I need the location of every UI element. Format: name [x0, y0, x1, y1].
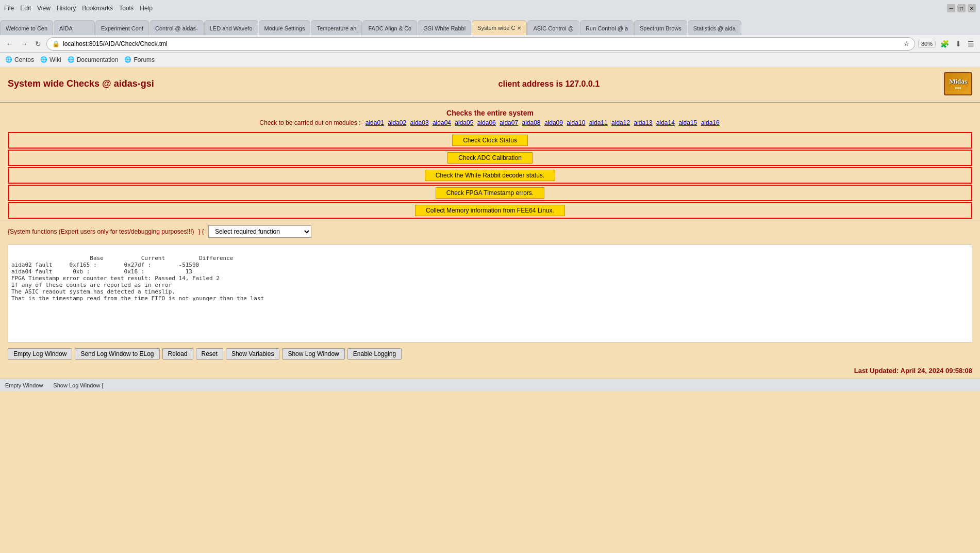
module-link-aida08[interactable]: aida08	[522, 119, 541, 126]
module-link-aida13[interactable]: aida13	[634, 119, 652, 126]
menu-edit[interactable]: Edit	[20, 5, 31, 12]
forward-button[interactable]: →	[19, 39, 30, 49]
module-link-aida15[interactable]: aida15	[678, 119, 697, 126]
check-wr-button[interactable]: Check the White Rabbit decoder status.	[425, 170, 555, 181]
module-link-aida14[interactable]: aida14	[656, 119, 675, 126]
globe-icon-centos: 🌐	[5, 56, 12, 63]
enable-logging-button[interactable]: Enable Logging	[347, 348, 402, 360]
module-link-aida12[interactable]: aida12	[611, 119, 630, 126]
close-button[interactable]: ✕	[968, 4, 976, 12]
client-address: client address is 127.0.0.1	[499, 79, 600, 89]
collect-memory-button[interactable]: Collect Memory information from FEE64 Li…	[415, 205, 565, 216]
globe-icon-forums: 🌐	[124, 56, 131, 63]
tab-welcome[interactable]: Welcome to Cen	[0, 20, 53, 35]
show-log-button[interactable]: Show Log Window	[282, 348, 344, 360]
module-link-aida04[interactable]: aida04	[433, 119, 451, 126]
bookmark-wiki[interactable]: 🌐 Wiki	[40, 56, 61, 63]
header-divider	[0, 102, 980, 103]
page-content: System wide Checks @ aidas-gsi client ad…	[0, 67, 980, 379]
select-function-dropdown[interactable]: Select required function	[208, 225, 311, 238]
module-link-aida11[interactable]: aida11	[589, 119, 608, 126]
bookmark-forums[interactable]: 🌐 Forums	[124, 56, 155, 63]
tab-gsi[interactable]: GSI White Rabbi	[418, 20, 471, 35]
menu-bar[interactable]: File Edit View History Bookmarks Tools H…	[4, 5, 153, 12]
check-adc-button[interactable]: Check ADC Calibration	[447, 152, 533, 164]
show-variables-button[interactable]: Show Variables	[226, 348, 280, 360]
back-button[interactable]: ←	[4, 39, 15, 49]
star-icon[interactable]: ☆	[904, 40, 909, 47]
midas-logo-text: Midas	[949, 77, 967, 86]
midas-logo-box: Midas ♦♦♦	[944, 72, 972, 95]
module-link-aida05[interactable]: aida05	[455, 119, 473, 126]
midas-logo-sub: ♦♦♦	[955, 86, 961, 90]
module-link-aida16[interactable]: aida16	[701, 119, 720, 126]
bookmark-documentation[interactable]: 🌐 Documentation	[68, 56, 119, 63]
menu-history[interactable]: History	[57, 5, 76, 12]
url-bar-icons: ☆	[904, 40, 909, 47]
tab-asic[interactable]: ASIC Control @	[527, 20, 579, 35]
module-link-aida09[interactable]: aida09	[544, 119, 563, 126]
tab-fadc[interactable]: FADC Align & Co	[362, 20, 417, 35]
check-section: Checks the entire system Check to be car…	[0, 104, 980, 131]
checks-title: Checks the entire system	[0, 109, 980, 117]
log-content: Base Current Difference aida02 fault 0xf…	[11, 255, 264, 302]
reload-button[interactable]: ↻	[33, 39, 43, 49]
system-functions-label: {System functions (Expert users only for…	[8, 228, 194, 235]
bookmark-centos[interactable]: 🌐 Centos	[5, 56, 34, 63]
send-log-button[interactable]: Send Log Window to ELog	[75, 348, 159, 360]
module-link-aida03[interactable]: aida03	[410, 119, 429, 126]
last-updated: Last Updated: April 24, 2024 09:58:08	[0, 363, 980, 379]
tab-experiment[interactable]: Experiment Cont	[95, 20, 149, 35]
tab-aida[interactable]: AIDA	[54, 20, 95, 35]
url-bar[interactable]: 🔒 ☆	[46, 37, 915, 51]
minimize-button[interactable]: ─	[947, 4, 955, 12]
module-link-aida01[interactable]: aida01	[366, 119, 384, 126]
tab-bar: Welcome to Cen AIDA Experiment Cont Cont…	[0, 17, 980, 35]
tab-close-icon[interactable]: ✕	[517, 25, 521, 31]
module-link-aida06[interactable]: aida06	[477, 119, 496, 126]
download-button[interactable]: ⬇	[954, 38, 963, 50]
title-bar-left: File Edit View History Bookmarks Tools H…	[4, 5, 153, 12]
extensions-button[interactable]: 🧩	[939, 38, 951, 50]
menu-view[interactable]: View	[37, 5, 51, 12]
empty-log-button[interactable]: Empty Log Window	[8, 348, 72, 360]
empty-window-label: Empty Window	[5, 382, 43, 388]
menu-help[interactable]: Help	[140, 5, 153, 12]
maximize-button[interactable]: □	[957, 4, 966, 12]
system-functions: {System functions (Expert users only for…	[0, 221, 980, 242]
reload-button[interactable]: Reload	[162, 348, 193, 360]
url-input[interactable]	[63, 40, 901, 47]
tab-system-wide[interactable]: System wide C ✕	[472, 20, 527, 35]
lock-icon: 🔒	[52, 40, 60, 47]
menu-tools[interactable]: Tools	[119, 5, 134, 12]
system-functions-suffix: } {	[198, 228, 204, 235]
globe-icon-wiki: 🌐	[40, 56, 47, 63]
page-header: System wide Checks @ aidas-gsi client ad…	[0, 67, 980, 101]
menu-button[interactable]: ☰	[966, 38, 976, 50]
tab-spectrum[interactable]: Spectrum Brows	[634, 20, 687, 35]
window-controls[interactable]: ─ □ ✕	[947, 4, 976, 12]
tab-run[interactable]: Run Control @ a	[580, 20, 634, 35]
tab-module[interactable]: Module Settings	[259, 20, 311, 35]
tab-control[interactable]: Control @ aidas-	[150, 20, 204, 35]
reset-button[interactable]: Reset	[196, 348, 223, 360]
check-modules-label: Check to be carried out on modules :- ai…	[0, 119, 980, 126]
menu-file[interactable]: File	[4, 5, 14, 12]
section-divider	[0, 220, 980, 220]
midas-logo: Midas ♦♦♦	[944, 72, 972, 95]
tab-statistics[interactable]: Statistics @ aida	[688, 20, 741, 35]
tab-led[interactable]: LED and Wavefo	[204, 20, 258, 35]
nav-right: 80% 🧩 ⬇ ☰	[918, 38, 976, 50]
module-link-aida02[interactable]: aida02	[388, 119, 406, 126]
tab-temperature[interactable]: Temperature an	[311, 20, 362, 35]
nav-bar: ← → ↻ 🔒 ☆ 80% 🧩 ⬇ ☰	[0, 35, 980, 53]
menu-bookmarks[interactable]: Bookmarks	[82, 5, 113, 12]
check-clock-button[interactable]: Check Clock Status	[452, 135, 528, 146]
check-buttons-container: Check Clock Status Check ADC Calibration…	[0, 132, 980, 219]
module-link-aida10[interactable]: aida10	[567, 119, 585, 126]
check-button-row-5: Collect Memory information from FEE64 Li…	[8, 202, 972, 219]
globe-icon-documentation: 🌐	[68, 56, 75, 63]
module-link-aida07[interactable]: aida07	[500, 119, 518, 126]
check-fpga-button[interactable]: Check FPGA Timestamp errors.	[436, 187, 544, 199]
window-bottom-bar: Empty Window Show Log Window [	[0, 379, 980, 391]
